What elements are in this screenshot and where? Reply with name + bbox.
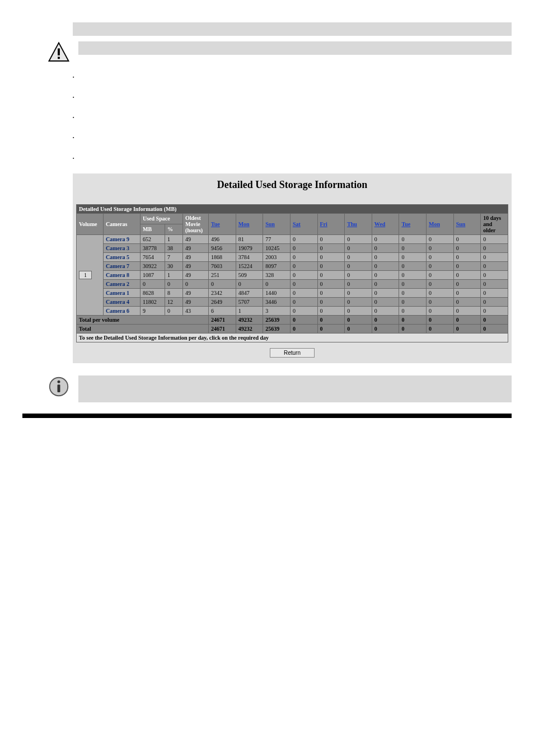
cell: 49 [183, 234, 209, 243]
cell: 0 [345, 252, 372, 261]
cell: 0 [317, 252, 345, 261]
cell: 0 [453, 243, 481, 252]
cell: 38 [165, 243, 183, 252]
cell: 0 [263, 279, 291, 288]
cell: 11802 [140, 297, 165, 306]
day-link[interactable]: Tue [211, 221, 220, 227]
cell: 0 [290, 315, 317, 324]
total-per-volume-row: Total per volume 24671 49232 25639 0 0 0… [77, 315, 508, 324]
cell: 0 [345, 306, 372, 315]
day-link[interactable]: Sun [456, 221, 466, 227]
cell: 0 [290, 270, 317, 279]
cell: 1868 [209, 252, 236, 261]
cell: 652 [140, 234, 165, 243]
cell: 2649 [209, 297, 236, 306]
col-used-space: Used Space [140, 213, 183, 224]
day-link[interactable]: Wed [374, 221, 385, 227]
cell: 0 [317, 288, 345, 297]
col-day: Sun [263, 213, 291, 234]
info-text-box [78, 375, 512, 402]
return-button[interactable]: Return [270, 348, 315, 358]
cell: 0 [345, 261, 372, 270]
cell: 0 [290, 261, 317, 270]
cell: 4847 [236, 288, 263, 297]
day-link[interactable]: Fri [320, 221, 327, 227]
cell: 0 [427, 243, 454, 252]
cell: 0 [236, 279, 263, 288]
col-day: Tue [209, 213, 236, 234]
page-footer [22, 414, 512, 418]
cell: 0 [345, 234, 372, 243]
cell: 0 [481, 243, 508, 252]
day-link[interactable]: Sun [265, 221, 275, 227]
cell: 0 [372, 261, 399, 270]
warning-heading [78, 41, 512, 55]
col-day: Wed [372, 213, 399, 234]
cell: 0 [372, 297, 399, 306]
list-item [73, 112, 512, 120]
cell: 0 [427, 279, 454, 288]
day-link[interactable]: Tue [401, 221, 410, 227]
warning-block [45, 41, 512, 64]
cell: 0 [290, 234, 317, 243]
col-day: Thu [345, 213, 372, 234]
cell: 0 [481, 324, 508, 333]
cell: 0 [399, 297, 427, 306]
cell: 0 [345, 324, 372, 333]
cell: 0 [453, 288, 481, 297]
cell: 2342 [209, 288, 236, 297]
cell: 0 [290, 243, 317, 252]
cell: 0 [427, 306, 454, 315]
cell: 1 [165, 270, 183, 279]
cell: 0 [453, 261, 481, 270]
cell: 0 [317, 234, 345, 243]
camera-cell: Camera 1 [104, 288, 140, 297]
warning-icon [48, 41, 70, 64]
cell: 0 [399, 288, 427, 297]
section-heading [73, 22, 512, 36]
camera-cell: Camera 3 [104, 243, 140, 252]
cell: 8628 [140, 288, 165, 297]
cell: 0 [453, 270, 481, 279]
cell: 0 [345, 297, 372, 306]
cell: 0 [481, 279, 508, 288]
camera-cell: Camera 8 [104, 270, 140, 279]
table-row: Detailed Used Storage Information (MB) [77, 204, 508, 213]
cell: 8097 [263, 261, 291, 270]
cell: 1 [236, 306, 263, 315]
cell: 3 [263, 306, 291, 315]
cell: 0 [290, 252, 317, 261]
cell: 0 [140, 279, 165, 288]
cell: 0 [427, 261, 454, 270]
total-per-volume-label: Total per volume [77, 315, 209, 324]
cell: 0 [317, 243, 345, 252]
cell: 49 [183, 270, 209, 279]
cell: 0 [427, 315, 454, 324]
cell: 30922 [140, 261, 165, 270]
table-row: Camera 8108714925150932800000000 [77, 270, 508, 279]
col-mb: MB [140, 224, 165, 234]
cell: 43 [183, 306, 209, 315]
cell: 0 [165, 279, 183, 288]
cell: 49 [183, 252, 209, 261]
day-link[interactable]: Sat [293, 221, 301, 227]
col-pct: % [165, 224, 183, 234]
cell: 0 [372, 243, 399, 252]
day-link[interactable]: Thu [347, 221, 357, 227]
cell: 0 [453, 279, 481, 288]
svg-rect-5 [58, 384, 60, 392]
svg-point-4 [58, 380, 60, 383]
cell: 9 [140, 306, 165, 315]
cell: 0 [372, 252, 399, 261]
cell: 49232 [236, 324, 263, 333]
cell: 49 [183, 243, 209, 252]
table-row: Camera 6904361300000000 [77, 306, 508, 315]
day-link[interactable]: Mon [238, 221, 250, 227]
cell: 7603 [209, 261, 236, 270]
cell: 0 [399, 306, 427, 315]
table-row: Volume Cameras Used Space Oldest Movie (… [77, 213, 508, 224]
volume-cell: 1 [77, 234, 104, 315]
volume-button[interactable]: 1 [79, 271, 92, 279]
day-link[interactable]: Mon [429, 221, 440, 227]
cell: 0 [165, 306, 183, 315]
